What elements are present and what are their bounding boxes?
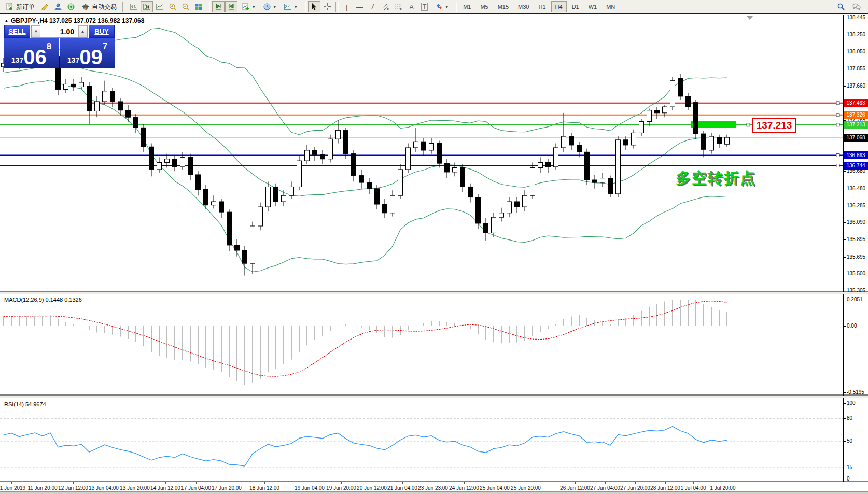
candle-body[interactable]: [585, 152, 590, 180]
timeframe-button-w1[interactable]: W1: [584, 1, 601, 12]
candle-body[interactable]: [484, 223, 488, 233]
candle-body[interactable]: [414, 142, 418, 148]
candle-body[interactable]: [328, 139, 333, 159]
candle-body[interactable]: [593, 180, 597, 182]
candle-body[interactable]: [336, 130, 341, 139]
candle-body[interactable]: [437, 144, 442, 164]
candle-body[interactable]: [375, 189, 380, 204]
candle-body[interactable]: [538, 162, 543, 167]
candle-body[interactable]: [305, 150, 310, 161]
zoom-out-button[interactable]: [179, 1, 192, 12]
candle-body[interactable]: [383, 204, 387, 213]
candle-body[interactable]: [670, 81, 675, 107]
candle-body[interactable]: [344, 130, 348, 153]
candle-body[interactable]: [492, 217, 496, 233]
timeframe-button-m5[interactable]: M5: [476, 1, 492, 12]
candle-body[interactable]: [663, 107, 667, 113]
candle-body[interactable]: [702, 134, 706, 149]
periods-button[interactable]: ▾: [259, 1, 280, 12]
candle-body[interactable]: [79, 82, 84, 87]
candle-body[interactable]: [250, 226, 255, 263]
panel-splitter[interactable]: [0, 396, 868, 398]
candle-body[interactable]: [562, 136, 566, 148]
bar-chart-button[interactable]: [128, 1, 140, 12]
candle-body[interactable]: [390, 195, 395, 213]
candle-body[interactable]: [103, 91, 107, 102]
chart-shift-button[interactable]: [225, 1, 237, 12]
candle-body[interactable]: [515, 202, 520, 207]
chart-canvas[interactable]: [0, 15, 868, 494]
line-handle[interactable]: [836, 114, 839, 117]
candle-body[interactable]: [64, 84, 68, 89]
search-button[interactable]: [835, 1, 847, 12]
line-handle[interactable]: [836, 154, 839, 157]
candle-body[interactable]: [476, 197, 481, 223]
candle-body[interactable]: [188, 157, 193, 175]
candle-body[interactable]: [313, 150, 317, 154]
text-button[interactable]: A: [405, 1, 418, 12]
volume-input[interactable]: 1.00: [40, 25, 78, 37]
candle-body[interactable]: [142, 128, 146, 147]
candle-body[interactable]: [95, 102, 100, 111]
candle-body[interactable]: [126, 110, 131, 117]
buy-button[interactable]: BUY: [89, 25, 115, 38]
candle-body[interactable]: [320, 154, 325, 159]
timeframe-button-m1[interactable]: M1: [459, 1, 475, 12]
zoom-in-button[interactable]: [166, 1, 179, 12]
candle-body[interactable]: [274, 187, 278, 202]
candle-body[interactable]: [212, 202, 216, 205]
candle-body[interactable]: [243, 250, 247, 263]
timeframe-button-d1[interactable]: D1: [568, 1, 583, 12]
sell-button[interactable]: SELL: [4, 25, 30, 38]
candle-body[interactable]: [429, 144, 434, 150]
candle-body[interactable]: [352, 154, 356, 176]
candle-body[interactable]: [398, 170, 403, 195]
auto-trading-button[interactable]: 自动交易: [78, 1, 120, 12]
candle-body[interactable]: [655, 110, 660, 113]
fibonacci-button[interactable]: F: [393, 1, 405, 12]
candle-body[interactable]: [507, 202, 512, 213]
price-callout-box[interactable]: 137.213: [752, 118, 796, 133]
candle-body[interactable]: [608, 178, 613, 194]
buy-price[interactable]: 137097: [60, 38, 115, 68]
candle-body[interactable]: [632, 133, 636, 145]
chart-shift-marker[interactable]: [747, 16, 753, 20]
candle-body[interactable]: [554, 148, 558, 167]
candle-body[interactable]: [616, 140, 621, 194]
candle-body[interactable]: [359, 176, 364, 182]
timeframe-button-h4[interactable]: H4: [551, 1, 567, 12]
auto-scroll-button[interactable]: [212, 1, 225, 12]
candle-body[interactable]: [725, 137, 730, 144]
volume-increase-button[interactable]: ▴: [78, 25, 87, 37]
cursor-button[interactable]: [308, 1, 320, 12]
styler-button[interactable]: [39, 1, 51, 12]
candle-body[interactable]: [569, 136, 574, 145]
panel-splitter[interactable]: [0, 292, 868, 294]
signals-button[interactable]: [65, 1, 77, 12]
candle-body[interactable]: [204, 189, 208, 205]
candle-body[interactable]: [523, 195, 527, 207]
candle-body[interactable]: [72, 84, 76, 87]
candle-body[interactable]: [639, 122, 644, 133]
candle-body[interactable]: [87, 86, 92, 111]
candle-body[interactable]: [297, 161, 302, 187]
volume-decrease-button[interactable]: ▾: [32, 25, 40, 37]
vertical-line-button[interactable]: |: [341, 1, 353, 12]
candle-body[interactable]: [110, 91, 115, 102]
candle-body[interactable]: [647, 110, 652, 122]
candle-body[interactable]: [118, 102, 123, 110]
candle-body[interactable]: [460, 168, 465, 187]
candle-body[interactable]: [165, 159, 170, 163]
line-handle[interactable]: [836, 164, 839, 167]
candle-body[interactable]: [406, 148, 411, 170]
candle-body[interactable]: [499, 213, 504, 217]
tile-windows-button[interactable]: [192, 1, 205, 12]
new-order-button[interactable]: 新订单: [2, 1, 38, 12]
candle-body[interactable]: [530, 168, 535, 196]
candle-body[interactable]: [219, 202, 224, 212]
indicators-button[interactable]: ▾: [238, 1, 259, 12]
profile-button[interactable]: [52, 1, 64, 12]
candle-body[interactable]: [227, 212, 232, 245]
chat-button[interactable]: [850, 1, 863, 12]
candle-body[interactable]: [367, 182, 372, 189]
